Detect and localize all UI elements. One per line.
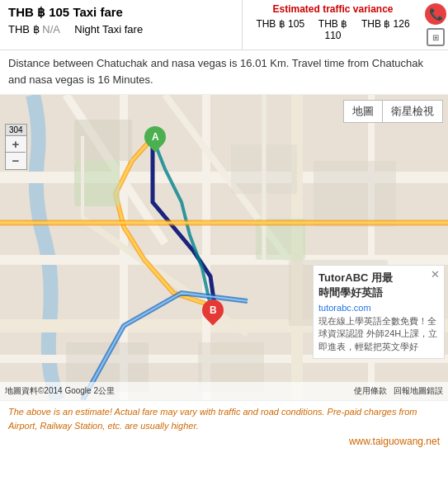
zoom-level: 304 — [6, 125, 26, 136]
ad-title: TutorABC 用最 時間學好英語 — [318, 271, 439, 300]
terms-link[interactable]: 使用條款 — [354, 386, 387, 395]
marker-a: A — [144, 126, 166, 148]
advertisement: ✕ TutorABC 用最 時間學好英語 tutorabc.com 現在線上學英… — [313, 265, 445, 359]
ad-url[interactable]: tutorabc.com — [318, 303, 439, 313]
footer: The above is an estimate! Actual fare ma… — [0, 400, 448, 453]
zoom-box: 304 + − — [5, 124, 27, 170]
map-attribution: 地圖資料©2014 Google 2公里 使用條款 回報地圖錯誤 — [0, 382, 448, 400]
traffic-col2: THB ฿110 — [318, 18, 347, 41]
tc3-text: THB ฿ 126 — [361, 18, 410, 30]
marker-a-label: A — [152, 131, 159, 143]
tc1-text: THB ฿ 105 — [256, 18, 304, 30]
night-baht: ฿ — [33, 23, 43, 35]
ad-close-button[interactable]: ✕ — [431, 268, 440, 280]
night-prefix: THB — [8, 23, 30, 35]
map-button[interactable]: 地圖 — [343, 100, 382, 123]
svg-rect-14 — [314, 161, 396, 227]
zoom-in-button[interactable]: + — [6, 136, 26, 153]
traffic-title: Estimated traffic variance — [249, 3, 417, 15]
marker-b-label: B — [210, 304, 217, 316]
fare-amount: 105 — [49, 5, 69, 19]
traffic-col1: THB ฿ 105 — [256, 18, 304, 30]
watermark: www.taiguowang.net — [8, 434, 440, 449]
footer-text: The above is an estimate! Actual fare ma… — [8, 405, 440, 432]
watermark-text: www.taiguowang.net — [349, 436, 440, 447]
map-container[interactable]: 地圖 衛星檢視 304 + − A B ✕ TutorABC 用最 時間學好英語… — [0, 95, 448, 400]
traffic-values: THB ฿ 105 THB ฿110 THB ฿ 126 — [249, 18, 417, 41]
night-fare: THB ฿ N/A Night Taxi fare — [8, 23, 233, 35]
ad-body: 現在線上學英語全數免費！全球資深認證 外師24H上課，立即進表，輕鬆把英文學好 — [318, 315, 439, 353]
marker-pin-a: A — [140, 122, 171, 153]
fare-label: Taxi fare — [73, 5, 123, 19]
marker-b: B — [202, 299, 224, 321]
fare-info: THB ฿ 105 Taxi fare THB ฿ N/A Night Taxi… — [0, 0, 242, 50]
report-link[interactable]: 回報地圖錯誤 — [394, 386, 443, 395]
main-fare: THB ฿ 105 Taxi fare — [8, 5, 233, 20]
settings-icon[interactable]: ⊞ — [427, 28, 445, 46]
fare-prefix: THB — [8, 5, 34, 19]
icons-column: 📞 ⊞ — [423, 0, 448, 50]
map-links: 使用條款 回報地圖錯誤 — [354, 385, 443, 397]
traffic-variance: Estimated traffic variance THB ฿ 105 THB… — [242, 0, 423, 50]
satellite-button[interactable]: 衛星檢視 — [382, 100, 443, 123]
header-section: THB ฿ 105 Taxi fare THB ฿ N/A Night Taxi… — [0, 0, 448, 50]
distance-text: Distance between Chatuchak and nasa vega… — [8, 57, 423, 86]
night-amount: N/A — [42, 23, 59, 35]
phone-icon[interactable]: 📞 — [425, 3, 446, 25]
baht-symbol: ฿ — [37, 5, 49, 19]
marker-pin-b: B — [198, 295, 229, 326]
traffic-col3: THB ฿ 126 — [361, 18, 410, 30]
zoom-controls[interactable]: 304 + − — [5, 124, 27, 170]
map-data-label: 地圖資料©2014 Google 2公里 — [5, 385, 115, 397]
night-label: Night Taxi fare — [74, 23, 143, 35]
zoom-out-button[interactable]: − — [6, 153, 26, 169]
distance-info: Distance between Chatuchak and nasa vega… — [0, 50, 448, 95]
tc2-text: THB ฿110 — [318, 18, 347, 41]
map-view-toggle[interactable]: 地圖 衛星檢視 — [343, 100, 443, 123]
